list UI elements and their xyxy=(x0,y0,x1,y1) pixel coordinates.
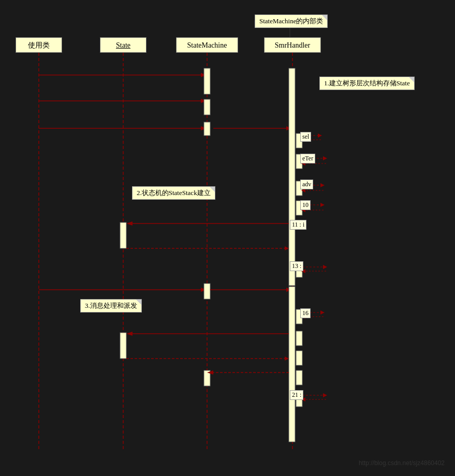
svg-rect-42 xyxy=(204,284,210,299)
note-tree-structure-label: 1.建立树形层次结构存储State xyxy=(324,79,410,87)
svg-marker-33 xyxy=(126,221,133,226)
svg-marker-22 xyxy=(318,133,322,138)
call-label-21: 21 : xyxy=(290,390,303,400)
svg-marker-39 xyxy=(323,265,327,269)
svg-marker-36 xyxy=(285,246,289,250)
svg-rect-18 xyxy=(204,122,210,136)
call-label-ete: eTer xyxy=(300,154,315,163)
svg-marker-25 xyxy=(323,156,327,160)
classbox-statemachine-label: StateMachine xyxy=(187,41,227,49)
svg-rect-59 xyxy=(296,370,302,385)
svg-marker-62 xyxy=(323,393,327,397)
note-message-label: 3.消息处理和派发 xyxy=(85,302,137,309)
svg-rect-57 xyxy=(296,331,302,346)
svg-rect-34 xyxy=(120,222,126,248)
svg-marker-48 xyxy=(320,310,325,315)
note-statestack-label: 2.状态机的StateStack建立 xyxy=(137,189,211,197)
note-message: 3.消息处理和派发 xyxy=(80,299,142,313)
classbox-yongyong: 使用类 xyxy=(16,37,62,53)
svg-marker-28 xyxy=(320,183,325,187)
classbox-statemachine: StateMachine xyxy=(176,37,238,53)
call-label-10: 10 xyxy=(300,200,311,210)
svg-rect-16 xyxy=(204,68,210,94)
svg-rect-17 xyxy=(204,99,210,115)
call-label-11: 11 : i xyxy=(290,220,306,230)
svg-marker-53 xyxy=(285,356,289,361)
classbox-yongyong-label: 使用类 xyxy=(28,41,50,49)
classbox-smrhandler-label: SmrHandler xyxy=(275,41,310,49)
note-statemachine-inner-label: StateMachine的内部类 xyxy=(259,17,323,25)
diagram: 使用类 State StateMachine SmrHandler StateM… xyxy=(0,0,455,476)
svg-rect-19 xyxy=(289,68,295,286)
url-watermark: http://blog.csdn.net/sjz4860402 xyxy=(359,459,445,467)
classbox-state-label: State xyxy=(116,41,130,49)
classbox-state: State xyxy=(100,37,146,53)
note-tree-structure: 1.建立树形层次结构存储State xyxy=(319,77,415,90)
call-label-16: 16 xyxy=(300,308,311,318)
svg-marker-50 xyxy=(126,332,133,336)
classbox-smrhandler: SmrHandler xyxy=(264,37,321,53)
call-label-sel: sel xyxy=(300,132,311,142)
svg-rect-45 xyxy=(289,287,295,442)
svg-rect-58 xyxy=(296,351,302,365)
note-statestack: 2.状态机的StateStack建立 xyxy=(132,186,215,200)
svg-marker-31 xyxy=(320,203,325,207)
call-label-13: 13 : xyxy=(290,261,303,271)
svg-rect-51 xyxy=(120,333,126,359)
note-statemachine-inner: StateMachine的内部类 xyxy=(255,14,328,28)
call-label-adv: adv xyxy=(300,180,313,189)
sequence-diagram-svg xyxy=(0,0,455,476)
